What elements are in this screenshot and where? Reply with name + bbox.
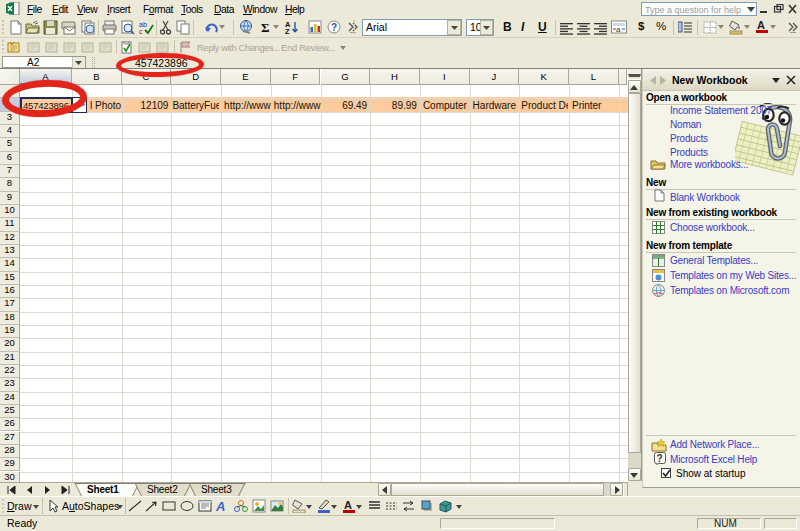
svg-text:c: c <box>139 28 143 35</box>
svg-text:A: A <box>344 499 352 511</box>
svg-text:?: ? <box>331 22 337 33</box>
svg-text:A: A <box>757 19 765 31</box>
svg-text:?: ? <box>657 453 663 464</box>
svg-text:a: a <box>616 25 621 34</box>
svg-text:A: A <box>216 499 225 513</box>
svg-text:Z: Z <box>285 27 290 35</box>
svg-text:ab: ab <box>139 21 147 28</box>
svg-text:Σ: Σ <box>261 20 270 35</box>
